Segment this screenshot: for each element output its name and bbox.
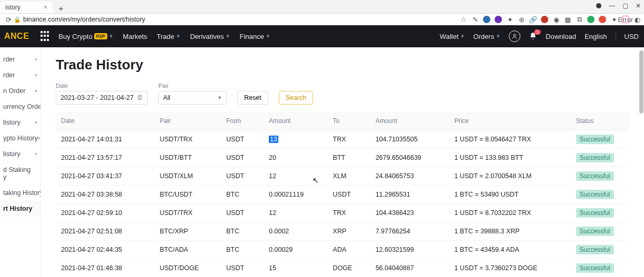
nav-currency[interactable]: USD <box>625 33 639 40</box>
cell-amount-from: 0.00021119 <box>264 186 328 204</box>
cell-pair: USDT/XLM <box>154 167 221 186</box>
link-icon[interactable]: 🔗 <box>529 16 537 23</box>
nav-derivatives[interactable]: Derivatives▼ <box>190 33 230 40</box>
search-button[interactable]: Search <box>279 91 314 105</box>
cell-amount-from: 13 <box>264 130 328 149</box>
nav-orders[interactable]: Orders▼ <box>473 33 500 40</box>
cube-icon[interactable]: ⧉ <box>576 16 583 23</box>
selected-text[interactable]: 13 <box>269 136 278 143</box>
chevron-down-icon: ▼ <box>460 34 465 39</box>
cell-from: BTC <box>221 186 264 204</box>
chevron-down-icon: ▼ <box>266 34 270 39</box>
wand-icon[interactable]: ✎ <box>471 16 479 23</box>
sidebar-item-crypto-history[interactable]: ypto History▾ <box>0 130 41 146</box>
table-row: 2021-04-27 14:01:31USDT/TRXUSDT13TRX104.… <box>56 130 629 149</box>
lock-icon[interactable]: 🔒 <box>14 16 21 23</box>
reset-button[interactable]: Reset <box>237 91 268 105</box>
avatar-icon[interactable] <box>509 30 520 42</box>
ext-icon-8[interactable] <box>599 16 606 23</box>
sidebar-item-convert-history[interactable]: rt History <box>0 201 41 217</box>
nav-wallet[interactable]: Wallet▼ <box>440 33 465 40</box>
profile-icon[interactable]: ◐ <box>633 16 641 23</box>
close-window-icon[interactable]: ✕ <box>636 2 641 9</box>
ext-icon-5[interactable] <box>541 16 548 23</box>
cell-status: Successful <box>571 167 629 186</box>
chevron-down-icon: ▼ <box>109 34 114 39</box>
apps-menu-icon[interactable] <box>41 31 51 42</box>
th-amount-from: Amount <box>264 112 328 130</box>
pair-select[interactable]: All ▼ <box>158 91 227 105</box>
close-icon[interactable]: × <box>44 4 47 11</box>
ext-icon-4[interactable]: ⊕ <box>518 16 525 23</box>
nav-label: Download <box>546 33 576 40</box>
status-badge: Successful <box>576 153 614 162</box>
nav-language[interactable]: English <box>585 33 607 40</box>
cell-to: TRX <box>328 130 370 149</box>
filter-date: Date 2021-03-27 - 2021-04-27 🗓 <box>56 83 148 105</box>
url-field[interactable]: binance.com/en/my/orders/convert/history <box>21 16 460 23</box>
bell-icon[interactable]: 1 <box>529 32 537 40</box>
cell-from: BTC <box>221 241 264 259</box>
top-nav: ANCE Buy Crypto P2P ▼ Markets Trade▼ Der… <box>0 25 644 47</box>
sidebar-item-order-2[interactable]: rder▾ <box>0 67 41 83</box>
cell-from: BTC <box>221 222 264 241</box>
cell-amount-from: 0.0002 <box>264 222 328 241</box>
cell-amount-to: 11.2965531 <box>370 186 449 204</box>
trade-history-table: Date Pair From Amount To Amount Price St… <box>56 112 629 277</box>
nav-links-right: Wallet▼ Orders▼ 1 Download English USD <box>440 30 639 42</box>
cell-amount-to: 104.4386423 <box>370 204 449 222</box>
status-badge: Successful <box>576 227 614 236</box>
ext-icon-2[interactable] <box>495 16 502 23</box>
cell-price: 1 USDT = 133.983 BTT <box>449 149 571 167</box>
chevron-down-icon: ▼ <box>217 95 222 100</box>
error-badge[interactable]: Error <box>622 16 629 23</box>
status-badge: Successful <box>576 171 614 181</box>
scrollbar[interactable] <box>639 47 644 205</box>
nav-label: Wallet <box>440 33 459 40</box>
table-row: 2021-04-27 13:57:17USDT/BTTUSDT20BTT2679… <box>56 149 629 167</box>
status-badge: Successful <box>576 190 614 199</box>
nav-download[interactable]: Download <box>546 33 576 40</box>
logo[interactable]: ANCE <box>4 32 29 41</box>
ext-icon-7[interactable] <box>587 16 595 23</box>
nav-trade[interactable]: Trade▼ <box>157 33 180 40</box>
ext-icon-1[interactable] <box>483 16 490 23</box>
chevron-down-icon: ▾ <box>35 120 37 125</box>
nav-buy-crypto[interactable]: Buy Crypto P2P ▼ <box>58 33 113 40</box>
sidebar-item-history-1[interactable]: listory▾ <box>0 115 41 130</box>
puzzle-icon[interactable]: ✦ <box>610 16 618 23</box>
status-badge: Successful <box>576 245 614 254</box>
ext-icon-6[interactable]: ▦ <box>564 16 571 23</box>
sidebar-item-staking[interactable]: d Staking y <box>0 162 41 185</box>
table-header-row: Date Pair From Amount To Amount Price St… <box>56 112 629 130</box>
maximize-icon[interactable]: ▢ <box>622 2 628 9</box>
new-tab-button[interactable]: + <box>56 3 66 13</box>
sidebar-item-order-1[interactable]: rder▾ <box>0 52 41 67</box>
cell-price: 1 USDT = 8.0546427 TRX <box>449 130 571 149</box>
sidebar-item-n-order[interactable]: n Order▾ <box>0 83 41 99</box>
star-icon[interactable]: ☆ <box>460 16 467 23</box>
filter-pair: Pair All ▼ <box>158 83 227 105</box>
cell-status: Successful <box>571 259 629 278</box>
nav-label: Orders <box>473 33 494 40</box>
reload-icon[interactable]: ⟳ <box>3 16 14 24</box>
scrollbar-thumb[interactable] <box>639 50 643 114</box>
nav-finance[interactable]: Finance▼ <box>239 33 270 40</box>
cell-date: 2021-04-27 14:01:31 <box>56 130 154 149</box>
cell-amount-to: 56.04040887 <box>370 259 449 278</box>
browser-tab[interactable]: istory × <box>0 2 53 13</box>
nav-label: Derivatives <box>190 33 224 40</box>
cell-status: Successful <box>571 186 629 204</box>
record-icon[interactable] <box>596 3 601 8</box>
nav-markets[interactable]: Markets <box>123 33 147 40</box>
sidebar-item-currency-order[interactable]: urrency Order▾ <box>0 99 41 115</box>
minimize-icon[interactable]: — <box>609 2 615 9</box>
cell-price: 1 USDT = 2.0700548 XLM <box>449 167 571 186</box>
ext-icon-3[interactable]: ✦ <box>506 16 514 23</box>
sidebar-item-history-2[interactable]: listory▾ <box>0 146 41 162</box>
camera-icon[interactable]: ◉ <box>552 16 560 23</box>
date-range-input[interactable]: 2021-03-27 - 2021-04-27 🗓 <box>56 91 148 105</box>
sidebar-item-staking-history[interactable]: taking History▾ <box>0 185 41 201</box>
sidebar-item-label: ypto History <box>3 135 38 142</box>
cell-date: 2021-04-27 13:57:17 <box>56 149 154 167</box>
